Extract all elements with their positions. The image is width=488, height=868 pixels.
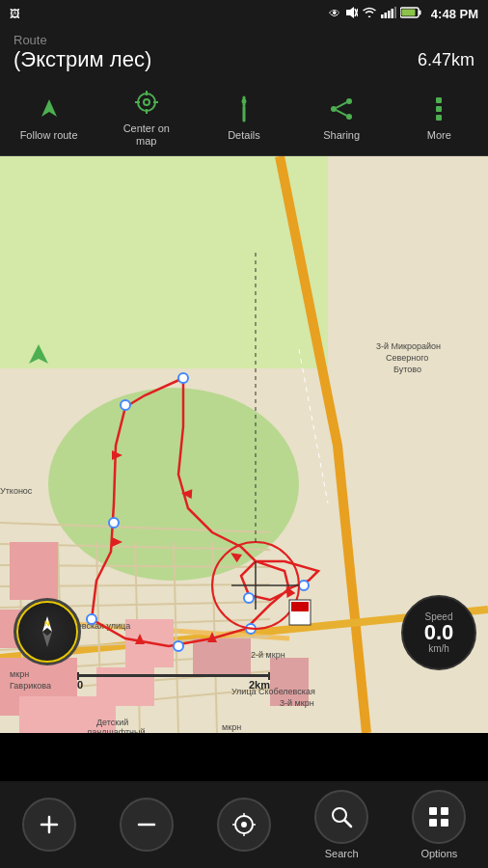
left-status-icons: 🖼: [10, 8, 20, 19]
options-button[interactable]: Options: [400, 790, 477, 859]
zoom-out-circle: [120, 798, 174, 852]
location-circle: [217, 798, 271, 852]
svg-rect-27: [436, 97, 442, 103]
toolbar-details[interactable]: Details: [205, 93, 283, 142]
search-button[interactable]: Search: [303, 790, 380, 859]
svg-rect-6: [391, 9, 393, 18]
toolbar-more[interactable]: More: [400, 93, 477, 142]
svg-rect-29: [436, 115, 442, 121]
clock: 4:48 PM: [431, 7, 478, 21]
svg-line-26: [337, 110, 347, 116]
svg-rect-46: [429, 819, 437, 827]
right-status-icons: 👁: [329, 6, 478, 21]
details-icon: [228, 93, 260, 125]
svg-rect-28: [436, 106, 442, 112]
toolbar-sharing[interactable]: Sharing: [303, 93, 380, 142]
top-bar: Route (Экстрим лес) 6.47km: [0, 27, 488, 80]
eye-icon: 👁: [329, 7, 340, 20]
details-label: Details: [228, 129, 260, 142]
svg-rect-47: [441, 819, 448, 827]
svg-point-13: [144, 99, 149, 105]
svg-rect-3: [381, 14, 384, 18]
more-label: More: [427, 129, 451, 142]
svg-rect-5: [388, 11, 391, 18]
svg-point-12: [138, 94, 155, 111]
gallery-icon: 🖼: [10, 8, 20, 19]
center-on-map-label: Center on map: [123, 122, 170, 148]
follow-route-icon: [33, 93, 66, 125]
toolbar-follow-route[interactable]: Follow route: [11, 93, 88, 142]
zoom-in-circle: [22, 798, 76, 852]
svg-marker-11: [41, 99, 57, 117]
scale-end: 2km: [249, 679, 270, 691]
location-button[interactable]: [205, 790, 283, 859]
compass[interactable]: N: [14, 598, 81, 665]
svg-rect-7: [394, 7, 396, 18]
scale-start: 0: [77, 679, 83, 691]
map-container[interactable]: N Speed 0.0 km/h 0 2km: [0, 156, 488, 733]
center-on-map-icon: [130, 86, 163, 119]
toolbar-center-on-map[interactable]: Center on map: [108, 86, 185, 148]
bottom-bar: Search Options: [0, 781, 488, 868]
more-icon: [422, 93, 455, 125]
speed-indicator: Speed 0.0 km/h: [401, 595, 476, 670]
zoom-in-button[interactable]: [11, 790, 88, 859]
search-circle: [314, 790, 368, 844]
battery-icon: [400, 7, 421, 20]
route-distance: 6.47km: [418, 50, 474, 70]
zoom-out-button[interactable]: [108, 790, 185, 859]
svg-rect-4: [384, 13, 387, 18]
route-label: Route: [14, 33, 474, 47]
svg-point-21: [241, 98, 246, 103]
svg-line-43: [345, 821, 352, 827]
svg-point-37: [241, 822, 247, 827]
status-bar: 🖼 👁: [0, 0, 488, 27]
speed-value: 0.0: [424, 622, 454, 643]
follow-route-label: Follow route: [20, 129, 78, 142]
sharing-label: Sharing: [323, 129, 360, 142]
svg-marker-0: [346, 7, 354, 18]
options-circle: [412, 790, 466, 844]
mute-icon: [344, 6, 358, 21]
speed-unit: km/h: [428, 643, 449, 654]
options-label: Options: [420, 848, 457, 859]
toolbar: Follow route Center on map Details: [0, 80, 488, 156]
route-name: (Экстрим лес): [14, 47, 151, 72]
wifi-icon: [362, 7, 377, 20]
search-label: Search: [325, 848, 359, 859]
scale-bar: 0 2km: [77, 674, 270, 691]
signal-icon: [381, 7, 396, 20]
svg-rect-10: [401, 10, 415, 16]
svg-rect-45: [441, 807, 448, 815]
svg-rect-9: [419, 11, 420, 15]
sharing-icon: [325, 93, 358, 125]
svg-rect-44: [429, 807, 437, 815]
svg-line-25: [337, 102, 347, 108]
